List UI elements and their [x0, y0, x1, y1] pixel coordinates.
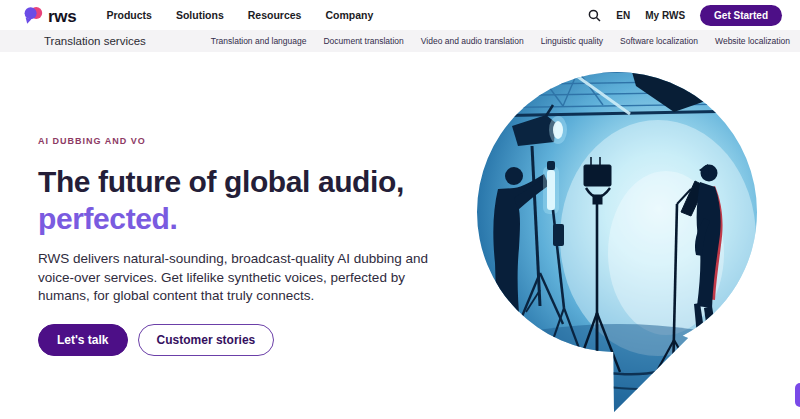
- subnav-item-translation-and-language[interactable]: Translation and language: [211, 36, 307, 46]
- get-started-button[interactable]: Get Started: [700, 5, 782, 26]
- nav-item-solutions[interactable]: Solutions: [176, 9, 224, 21]
- primary-nav-links: Products Solutions Resources Company: [106, 9, 373, 21]
- floor-shadow: [468, 324, 800, 418]
- subnav-item-document-translation[interactable]: Document translation: [323, 36, 403, 46]
- customer-stories-button[interactable]: Customer stories: [138, 324, 275, 356]
- subnav-item-video-audio-translation[interactable]: Video and audio translation: [421, 36, 524, 46]
- my-rws-link[interactable]: My RWS: [645, 10, 685, 21]
- hero-cta-group: Let's talk Customer stories: [38, 324, 448, 356]
- nav-item-company[interactable]: Company: [325, 9, 373, 21]
- hero-copy: AI DUBBING AND VO The future of global a…: [38, 136, 448, 356]
- hero-eyebrow: AI DUBBING AND VO: [38, 136, 448, 146]
- rws-wordmark: rws: [48, 6, 76, 25]
- subnav-links: Translation and language Document transl…: [211, 36, 790, 46]
- hero-section: AI DUBBING AND VO The future of global a…: [0, 52, 800, 419]
- subnav-item-linguistic-quality[interactable]: Linguistic quality: [541, 36, 603, 46]
- nav-item-resources[interactable]: Resources: [248, 9, 302, 21]
- hero-title: The future of global audio,perfected.: [38, 163, 448, 237]
- subnav-item-software-localization[interactable]: Software localization: [620, 36, 698, 46]
- rws-logo-icon: [24, 6, 43, 25]
- top-navigation-bar: rws Products Solutions Resources Company…: [0, 0, 800, 30]
- hero-speech-bubble-image: [468, 58, 800, 418]
- subnav-title[interactable]: Translation services: [44, 35, 146, 47]
- chat-widget-button[interactable]: [795, 383, 800, 407]
- search-icon[interactable]: [588, 9, 601, 22]
- section-subnav: Translation services Translation and lan…: [0, 30, 800, 52]
- lets-talk-button[interactable]: Let's talk: [38, 324, 128, 356]
- hero-body-text: RWS delivers natural-sounding, broadcast…: [38, 250, 438, 306]
- nav-item-products[interactable]: Products: [106, 9, 152, 21]
- topnav-utilities: EN My RWS Get Started: [588, 5, 782, 26]
- hero-title-line2: perfected.: [38, 200, 448, 237]
- language-selector[interactable]: EN: [616, 10, 630, 21]
- rws-logo[interactable]: rws: [24, 6, 76, 25]
- hero-title-line1: The future of global audio,: [38, 165, 404, 198]
- subnav-item-website-localization[interactable]: Website localization: [715, 36, 790, 46]
- studio-photo: [468, 58, 800, 418]
